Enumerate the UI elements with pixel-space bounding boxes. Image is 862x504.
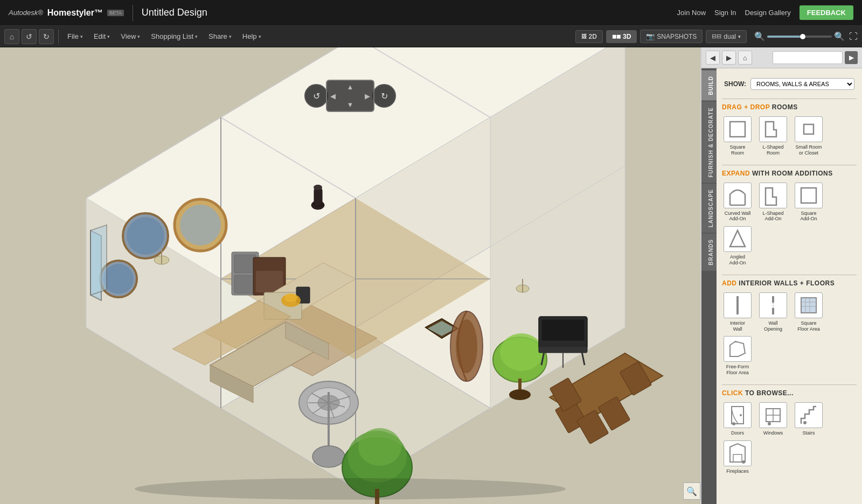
panel-search-button[interactable]: ▶	[845, 51, 858, 64]
square-addon-label: SquareAdd-On	[800, 211, 817, 222]
view-menu[interactable]: View ▾	[116, 30, 144, 43]
interior-walls-suffix: INTERIOR WALLS + FLOORS	[739, 279, 835, 287]
doors-icon	[724, 402, 752, 428]
angled-addon-item[interactable]: AngledAdd-On	[722, 226, 753, 266]
sign-in-link[interactable]: Sign In	[714, 9, 736, 17]
panel-back-button[interactable]: ◀	[706, 51, 720, 65]
drag-drop-highlight: DRAG + DROP	[722, 103, 772, 111]
share-menu[interactable]: Share ▾	[204, 30, 236, 43]
rotate-right-button[interactable]: ↻	[372, 84, 396, 108]
drag-drop-rooms-title: DRAG + DROP ROOMS	[722, 103, 857, 111]
help-menu[interactable]: Help ▾	[238, 30, 266, 43]
l-shaped-addon-label: L-ShapedAdd-On	[762, 211, 783, 222]
undo-button[interactable]: ↺	[22, 29, 37, 44]
magnifier-mini-map[interactable]: 🔍	[683, 482, 700, 500]
windows-svg	[763, 403, 783, 427]
share-arrow-icon: ▾	[229, 34, 232, 39]
camera-icon: 📷	[646, 32, 655, 40]
file-menu[interactable]: File ▾	[63, 30, 87, 43]
expand-icon[interactable]: ⛶	[849, 32, 858, 41]
small-room-icon	[795, 116, 823, 142]
nav-center-control[interactable]: ▲ ▼ ◀ ▶	[326, 80, 374, 112]
svg-point-21	[103, 264, 134, 294]
wall-opening-item[interactable]: WallOpening	[757, 292, 789, 332]
fireplaces-label: Fireplaces	[726, 468, 749, 474]
dual-button[interactable]: ⊟⊟ dual ▾	[706, 30, 747, 43]
view-3d-icon: ◼◼	[612, 33, 621, 39]
redo-button[interactable]: ↻	[39, 29, 54, 44]
l-shaped-addon-item[interactable]: L-ShapedAdd-On	[757, 183, 789, 222]
freeform-floor-label: Free-FormFloor Area	[726, 364, 749, 376]
panel-content: SHOW: ROOMS, WALLS & AREAS DRAG + DROP R…	[717, 68, 862, 504]
show-label: SHOW:	[724, 80, 746, 88]
add-highlight: ADD	[722, 279, 739, 287]
curved-wall-label: Curved WallAdd-On	[725, 211, 751, 222]
expand-highlight: EXPAND	[722, 170, 752, 177]
view-3d-button[interactable]: ◼◼ 3D	[606, 30, 637, 43]
panel-home-icon: ⌂	[743, 54, 747, 62]
fireplaces-item[interactable]: Fireplaces	[722, 440, 753, 474]
dual-arrow-icon: ▾	[738, 34, 741, 39]
panel-home-button[interactable]: ⌂	[738, 51, 752, 65]
curved-wall-item[interactable]: Curved WallAdd-On	[722, 183, 753, 222]
additions-grid: Curved WallAdd-On L-ShapedAdd-On	[722, 183, 857, 266]
zoom-slider[interactable]	[767, 36, 832, 38]
l-addon-svg	[763, 184, 783, 207]
square-floor-label: SquareFloor Area	[797, 320, 820, 332]
wall-opening-svg	[763, 293, 783, 317]
view-label: View	[121, 32, 136, 40]
top-bar: Autodesk® Homestyler™ BETA Untitled Desi…	[0, 0, 862, 26]
join-now-link[interactable]: Join Now	[677, 9, 706, 17]
square-room-item[interactable]: SquareRoom	[722, 116, 753, 156]
curved-wall-icon	[724, 183, 752, 208]
design-title: Untitled Design	[142, 7, 207, 18]
zoom-in-icon[interactable]: 🔍	[834, 31, 845, 41]
square-floor-item[interactable]: SquareFloor Area	[793, 292, 824, 332]
svg-point-33	[284, 293, 297, 302]
show-select[interactable]: ROOMS, WALLS & AREAS	[750, 78, 854, 90]
pan-down-button[interactable]: ▼	[347, 101, 354, 109]
windows-item[interactable]: Windows	[757, 402, 789, 436]
zoom-slider-fill	[767, 36, 803, 38]
small-room-item[interactable]: Small Roomor Closet	[793, 116, 824, 156]
stairs-item[interactable]: Stairs	[793, 402, 824, 436]
shopping-list-menu[interactable]: Shopping List ▾	[147, 30, 202, 43]
freeform-floor-item[interactable]: Free-FormFloor Area	[722, 336, 753, 376]
doors-label: Doors	[731, 430, 744, 436]
view-toggles: 🖼 2D ◼◼ 3D 📷 SNAPSHOTS ⊟⊟ dual ▾ 🔍 🔍 ⛶	[575, 30, 858, 43]
panel-forward-button[interactable]: ▶	[722, 51, 736, 65]
svg-rect-79	[804, 124, 814, 134]
view-2d-button[interactable]: 🖼 2D	[575, 30, 603, 43]
small-room-svg	[798, 119, 819, 139]
tab-furnish-decorate[interactable]: FURNISH & DECORATE	[701, 102, 717, 183]
rotate-left-button[interactable]: ↺	[304, 84, 328, 108]
viewport-3d[interactable]: ↺ ▲ ▼ ◀ ▶ ↻	[0, 47, 700, 504]
pan-right-button[interactable]: ▶	[365, 92, 370, 100]
square-floor-icon	[795, 292, 823, 318]
svg-point-105	[742, 460, 745, 464]
windows-label: Windows	[763, 430, 783, 436]
title-divider	[133, 5, 133, 21]
doors-svg	[727, 403, 748, 427]
back-icon: ◀	[710, 54, 715, 62]
square-addon-item[interactable]: SquareAdd-On	[793, 183, 824, 222]
interior-wall-item[interactable]: InteriorWall	[722, 292, 753, 332]
feedback-button[interactable]: FEEDBACK	[800, 5, 853, 20]
design-gallery-link[interactable]: Design Gallery	[745, 9, 791, 17]
tab-landscape[interactable]: LANDSCAPE	[701, 184, 717, 233]
snapshots-button[interactable]: 📷 SNAPSHOTS	[640, 30, 703, 43]
zoom-out-icon[interactable]: 🔍	[754, 31, 765, 41]
l-shaped-room-item[interactable]: L-ShapedRoom	[757, 116, 789, 156]
home-button[interactable]: ⌂	[4, 29, 19, 44]
pan-left-button[interactable]: ◀	[330, 92, 336, 100]
stairs-icon	[795, 402, 823, 428]
tab-build[interactable]: BUILD	[701, 71, 717, 101]
panel-search-input[interactable]	[773, 51, 843, 64]
tab-brands[interactable]: BRANDS	[701, 234, 717, 271]
l-shaped-room-icon	[759, 116, 787, 142]
pan-up-button[interactable]: ▲	[347, 83, 354, 91]
svg-rect-82	[801, 188, 816, 203]
doors-item[interactable]: Doors	[722, 402, 753, 436]
edit-menu[interactable]: Edit ▾	[89, 30, 114, 43]
edit-label: Edit	[94, 32, 106, 40]
